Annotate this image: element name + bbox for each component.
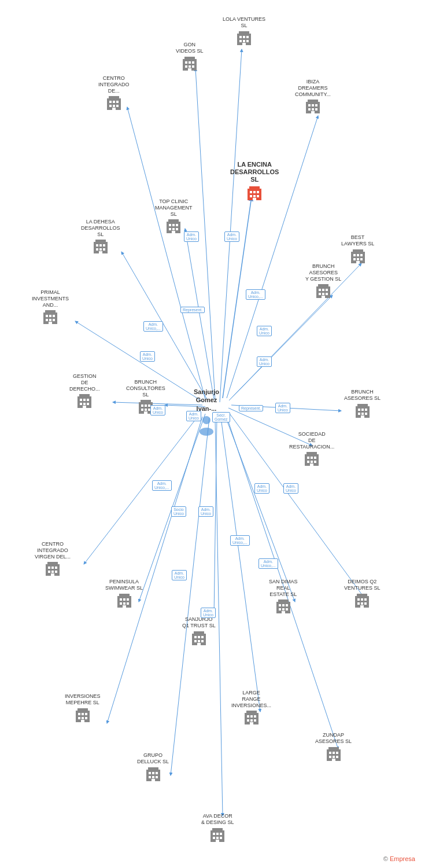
svg-rect-205: [81, 720, 84, 722]
svg-rect-238: [213, 837, 215, 839]
svg-rect-211: [247, 719, 249, 722]
svg-rect-239: [216, 837, 219, 839]
svg-rect-109: [53, 315, 55, 317]
building-icon: [91, 237, 110, 256]
svg-rect-155: [51, 567, 54, 569]
role-badge-adm-unico-18[interactable]: Adm.Unico: [201, 608, 216, 618]
node-san-dimas[interactable]: SAN DIMASREALESTATE SL: [269, 579, 298, 616]
svg-rect-116: [80, 399, 82, 401]
svg-rect-124: [141, 400, 151, 403]
role-badge-adm-unico-11[interactable]: Adm.Unico,...: [152, 480, 172, 491]
svg-rect-181: [357, 598, 360, 601]
node-ava-decor[interactable]: AVA DECOR& DESING SL: [201, 813, 234, 844]
svg-rect-169: [123, 605, 126, 608]
role-badge-adm-unico-10[interactable]: Adm.Unico: [275, 403, 290, 413]
svg-rect-204: [85, 717, 87, 719]
svg-rect-57: [312, 108, 314, 111]
role-badge-represent-1[interactable]: Represent.: [180, 307, 205, 313]
node-grupo-delluck[interactable]: GRUPODELLUCK SL: [137, 752, 169, 784]
svg-rect-47: [109, 105, 112, 107]
svg-rect-174: [286, 604, 288, 606]
role-badge-adm-unico-1[interactable]: Adm.Unico: [184, 231, 199, 242]
node-primal[interactable]: PRIMALINVESTMENTSAND...: [32, 289, 69, 326]
svg-rect-50: [112, 108, 116, 110]
svg-rect-145: [307, 457, 309, 459]
role-badge-represent-2[interactable]: Represent.: [239, 405, 263, 411]
svg-line-6: [121, 252, 207, 399]
svg-rect-209: [250, 715, 253, 718]
role-badge-adm-unico-6[interactable]: Adm.Unico: [257, 326, 272, 336]
role-badge-adm-unico-17[interactable]: Adm.Unico: [172, 570, 187, 580]
role-badge-adm-unico-12[interactable]: Adm.Unico: [254, 483, 269, 494]
svg-rect-131: [144, 411, 147, 414]
svg-rect-162: [119, 594, 130, 597]
node-gon-videos[interactable]: GONVIDEOS SL: [176, 42, 204, 73]
role-badge-adm-unico-9[interactable]: Adm.Unico: [186, 411, 201, 421]
node-lola-ventures[interactable]: LOLA VENTURES SL: [221, 16, 267, 47]
node-zundap[interactable]: ZUNDAPASESORES SL: [315, 732, 352, 763]
svg-line-5: [185, 229, 214, 399]
svg-rect-68: [253, 198, 256, 200]
role-badge-adm-unico-4[interactable]: Adm.Unico,...: [246, 289, 265, 300]
svg-rect-199: [78, 713, 80, 715]
svg-rect-135: [357, 404, 368, 407]
svg-rect-107: [46, 315, 48, 317]
node-sociedad-restauracion[interactable]: SOCIEDADDERESTAURACION...: [289, 431, 334, 468]
svg-rect-118: [87, 399, 89, 401]
node-top-clinic[interactable]: TOP CLINICMANAGEMENTSL: [155, 198, 193, 236]
node-la-encina[interactable]: LA ENCINADESARROLLOSSL: [230, 161, 279, 203]
node-centro-integrado[interactable]: CENTROINTEGRADODE...: [98, 75, 130, 112]
svg-rect-89: [353, 254, 356, 256]
role-badge-socio-unico[interactable]: SocioUnico: [171, 506, 186, 517]
node-deimos[interactable]: DEIMOS Q2VENTURES SL: [344, 579, 381, 610]
node-ibiza-dreamers[interactable]: IBIZADREAMERSCOMMUNITY...: [295, 79, 331, 116]
role-badge-adm-unico-15[interactable]: Adm.Unico,...: [230, 535, 250, 546]
building-icon: [73, 706, 92, 724]
role-badge-secr[interactable]: Secr.Gomez: [212, 412, 230, 422]
node-large-range[interactable]: LARGERANGEINVERSIONES...: [231, 690, 271, 727]
svg-rect-106: [45, 310, 56, 314]
node-brunch-asesores-gestion[interactable]: BRUNCHASESORESY GESTION SL: [305, 263, 341, 300]
svg-line-19: [107, 417, 202, 723]
role-badge-adm-unico-8[interactable]: Adm.Unico: [150, 405, 165, 415]
role-badge-adm-unico-14[interactable]: Adm.Unico: [198, 506, 213, 517]
svg-rect-82: [103, 244, 105, 247]
svg-rect-74: [169, 228, 171, 230]
svg-rect-115: [79, 394, 90, 398]
svg-rect-67: [257, 195, 259, 197]
node-centro-integrado-virgen[interactable]: CENTROINTEGRADOVIRGEN DEL...: [35, 541, 71, 578]
svg-rect-112: [53, 319, 55, 321]
svg-line-23: [215, 419, 223, 816]
svg-line-22: [171, 418, 209, 775]
building-icon: [353, 402, 372, 420]
svg-rect-52: [308, 100, 318, 103]
svg-rect-222: [336, 756, 338, 758]
role-badge-adm-unico-2[interactable]: Adm.Unico: [224, 231, 239, 242]
svg-rect-91: [360, 254, 363, 256]
node-sanjurjo-q1[interactable]: SANJURJOQ1 TRUST SL: [182, 616, 216, 648]
svg-line-3: [227, 116, 318, 398]
node-la-dehesa[interactable]: LA DEHESADESARROLLOSSL: [81, 219, 120, 256]
role-badge-adm-unico-7[interactable]: Adm.Unico: [257, 356, 272, 367]
svg-rect-43: [109, 96, 119, 100]
svg-rect-30: [243, 40, 245, 42]
svg-rect-71: [169, 224, 171, 226]
node-gestion-derecho[interactable]: GESTIONDEDERECHO...: [69, 373, 100, 410]
role-badge-adm-unico-13[interactable]: Adm.Unico: [283, 483, 298, 494]
svg-rect-177: [286, 608, 288, 610]
svg-rect-64: [257, 191, 259, 193]
node-best-lawyers[interactable]: BESTLAWYERS SL: [341, 234, 374, 266]
svg-point-133: [200, 428, 213, 436]
node-inversiones-mepehre[interactable]: INVERSIONESMEPEHRE SL: [65, 693, 101, 724]
svg-rect-213: [254, 719, 256, 722]
node-peninsula[interactable]: PENINSULASWIMWEAR SL: [105, 579, 143, 610]
svg-rect-100: [326, 289, 328, 291]
role-badge-adm-unico-5[interactable]: Adm.Unico: [140, 351, 155, 362]
svg-rect-25: [239, 31, 249, 35]
node-brunch-asesores-sl[interactable]: BRUNCHASESORES SL: [344, 389, 381, 420]
building-icon: [302, 450, 321, 468]
svg-rect-218: [333, 752, 335, 754]
role-badge-adm-unico-3[interactable]: Adm.Unico,...: [143, 321, 163, 332]
role-badge-adm-unico-16[interactable]: Adm.Unico,...: [258, 558, 278, 569]
svg-rect-138: [365, 409, 367, 411]
